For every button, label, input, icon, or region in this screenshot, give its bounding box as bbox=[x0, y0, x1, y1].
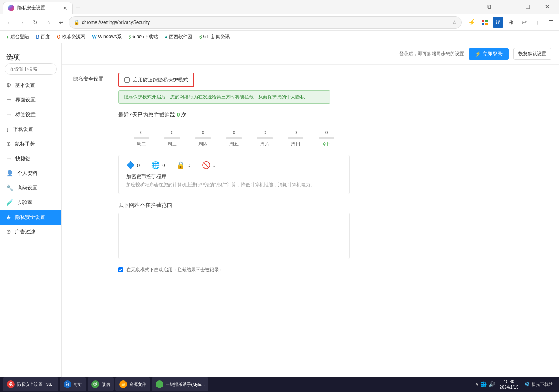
tab-close-button[interactable]: ✕ bbox=[63, 5, 68, 11]
stat-count-0: 0 bbox=[137, 162, 140, 168]
bookmark-item-3[interactable]: O 欧菲资源网 bbox=[54, 32, 88, 42]
wechat-taskbar-icon: 微 bbox=[91, 380, 99, 388]
menu-button[interactable]: ☰ bbox=[545, 17, 556, 28]
stat-item-1: 🌐 0 bbox=[151, 161, 165, 169]
sidebar-item-lab[interactable]: 🧪 实验室 bbox=[0, 195, 61, 210]
browser-taskbar-icon: 极 bbox=[7, 380, 15, 388]
system-clock[interactable]: 10:30 2024/1/15 bbox=[500, 379, 518, 390]
taskbar-tools-label: 一键排版助手(MyE... bbox=[166, 382, 205, 387]
chart-col-4: 0 周六 bbox=[249, 130, 280, 147]
sidebar-item-tabs[interactable]: ▭ 标签设置 bbox=[0, 107, 61, 122]
sidebar-item-interface[interactable]: ▭ 界面设置 bbox=[0, 93, 61, 107]
tabs-icon: ▭ bbox=[6, 111, 12, 118]
section-label: 隐私安全设置 bbox=[73, 73, 112, 83]
forward-button[interactable]: › bbox=[16, 17, 28, 28]
system-tray: ∧ 🌐 🔊 bbox=[473, 381, 497, 387]
login-button[interactable]: ⚡ 立即登录 bbox=[469, 48, 509, 60]
tab-title: 隐私安全设置 bbox=[17, 5, 60, 11]
bar-1 bbox=[164, 137, 180, 139]
maximize-button[interactable]: □ bbox=[519, 0, 537, 14]
active-tab[interactable]: 隐私安全设置 ✕ bbox=[3, 2, 73, 14]
close-button[interactable]: ✕ bbox=[538, 0, 556, 14]
bookmark-item-2[interactable]: B 百度 bbox=[33, 32, 53, 42]
refresh-button[interactable]: ↻ bbox=[29, 17, 41, 28]
bottom-logo: ❄ 极光下载站 bbox=[521, 380, 556, 389]
shortcuts-icon: ▭ bbox=[6, 155, 12, 162]
minimize-button[interactable]: ─ bbox=[500, 0, 517, 14]
taskbar-dingding[interactable]: 钉 钉钉 bbox=[60, 377, 86, 391]
address-icons: ☆ bbox=[452, 19, 457, 25]
prev-button[interactable]: ↩ bbox=[56, 17, 67, 28]
sidebar-item-profile[interactable]: 👤 个人资料 bbox=[0, 166, 61, 181]
bookmark-item-7[interactable]: 6 6 IT新闻资讯 bbox=[196, 32, 233, 42]
taskbar: 极 隐私安全设置 - 36... 钉 钉钉 微 微信 📁 资源文件 一 一键排版… bbox=[0, 377, 559, 392]
chart-col-5: 0 周日 bbox=[280, 130, 311, 147]
taskbar-right: ∧ 🌐 🔊 10:30 2024/1/15 ❄ 极光下载站 bbox=[473, 379, 556, 390]
bookmarks-bar: ● 后台登陆 B 百度 O 欧菲资源网 W Windows系 6 6 pc6下载… bbox=[0, 31, 559, 43]
privacy-description: 隐私保护模式开启后，您的网络行为在发送给第三方时将被拦截，从而保护您的个人隐私 bbox=[118, 90, 330, 104]
account-button[interactable] bbox=[479, 17, 490, 28]
auto-enable-checkbox[interactable] bbox=[118, 267, 123, 272]
main-area: 选项 ⚙ 基本设置 ▭ 界面设置 ▭ 标签设置 ↓ 下载设置 ⊕ 鼠标手势 ▭ … bbox=[0, 43, 559, 377]
bookmark-item-4[interactable]: W Windows系 bbox=[89, 32, 125, 42]
address-box[interactable]: 🔒 chrome://settings/privacySecurity ☆ bbox=[69, 16, 462, 29]
bar-0 bbox=[134, 137, 149, 139]
stat-icon-2: 🔒 bbox=[176, 161, 185, 169]
star-icon[interactable]: ☆ bbox=[452, 19, 457, 25]
tray-arrow[interactable]: ∧ bbox=[475, 381, 479, 387]
logo-text: 极光下载站 bbox=[532, 382, 553, 387]
download-button[interactable]: ↓ bbox=[532, 17, 543, 28]
extensions-button[interactable]: ⚡ bbox=[466, 17, 477, 28]
settings-icon: ⚙ bbox=[6, 82, 11, 89]
lab-icon: 🧪 bbox=[6, 199, 14, 206]
logo-icon: ❄ bbox=[524, 380, 530, 389]
mining-title: 加密资币挖矿程序 bbox=[126, 173, 342, 180]
privacy-toggle-label: 启用防追踪隐私保护模式 bbox=[133, 76, 188, 83]
new-tab-button[interactable]: + bbox=[73, 3, 83, 14]
search-input[interactable] bbox=[5, 63, 57, 75]
bookmark-item-1[interactable]: ● 后台登陆 bbox=[3, 32, 32, 42]
translate-button[interactable]: 译 bbox=[493, 17, 503, 28]
sidebar-item-mouse[interactable]: ⊕ 鼠标手势 bbox=[0, 137, 61, 151]
whitelist-box bbox=[118, 213, 350, 259]
profile-icon: 👤 bbox=[6, 170, 14, 177]
titlebar-tabs: 隐私安全设置 ✕ + bbox=[3, 0, 83, 14]
stats-count: 0 bbox=[177, 112, 180, 118]
taskbar-tools[interactable]: 一 一键排版助手(MyE... bbox=[152, 377, 208, 391]
bar-4 bbox=[257, 137, 273, 139]
addressbar: ‹ › ↻ ⌂ ↩ 🔒 chrome://settings/privacySec… bbox=[0, 14, 559, 31]
sidebar-item-shortcuts[interactable]: ▭ 快捷键 bbox=[0, 151, 61, 166]
tray-sound[interactable]: 🔊 bbox=[488, 381, 495, 387]
restore-defaults-button[interactable]: 恢复默认设置 bbox=[513, 48, 551, 60]
privacy-toggle-checkbox[interactable] bbox=[124, 77, 130, 83]
bar-6 bbox=[319, 137, 334, 139]
stat-count-1: 0 bbox=[162, 162, 165, 168]
sidebar-item-adblock[interactable]: ⊘ 广告过滤 bbox=[0, 225, 61, 239]
sync-button[interactable]: ⊕ bbox=[506, 17, 517, 28]
chart-col-0: 0 周二 bbox=[126, 130, 157, 147]
interface-icon: ▭ bbox=[6, 96, 12, 103]
privacy-toggle-area: 启用防追踪隐私保护模式 隐私保护模式开启后，您的网络行为在发送给第三方时将被拦截… bbox=[118, 73, 357, 273]
stat-count-2: 0 bbox=[187, 162, 190, 168]
taskbar-wechat[interactable]: 微 微信 bbox=[88, 377, 114, 391]
stat-icon-1: 🌐 bbox=[151, 161, 160, 169]
taskbar-files-label: 资源文件 bbox=[129, 382, 146, 387]
back-button[interactable]: ‹ bbox=[3, 17, 15, 28]
bookmark-item-6[interactable]: ● 西西软件园 bbox=[162, 32, 195, 42]
home-button[interactable]: ⌂ bbox=[42, 17, 54, 28]
sidebar-item-privacy[interactable]: ⊕ 隐私安全设置 bbox=[0, 210, 61, 225]
taskbar-browser[interactable]: 极 隐私安全设置 - 36... bbox=[3, 377, 58, 391]
download-nav-icon: ↓ bbox=[6, 126, 9, 133]
tray-network[interactable]: 🌐 bbox=[480, 381, 487, 387]
scissors-button[interactable]: ✂ bbox=[519, 17, 530, 28]
sidebar-item-advanced[interactable]: 🔧 高级设置 bbox=[0, 181, 61, 195]
sidebar-item-basic[interactable]: ⚙ 基本设置 bbox=[0, 78, 61, 93]
sidebar-item-download[interactable]: ↓ 下载设置 bbox=[0, 122, 61, 137]
bookmark-item-5[interactable]: 6 6 pc6下载站 bbox=[125, 32, 161, 42]
content-area: 登录后，即可多端同步您的设置 ⚡ 立即登录 恢复默认设置 隐私安全设置 启用防追… bbox=[62, 43, 559, 377]
restore-down-button[interactable]: ⧉ bbox=[480, 0, 498, 14]
stat-icon-0: 🔷 bbox=[126, 161, 135, 169]
chart-bars: 0 周二 0 周三 0 bbox=[126, 130, 357, 147]
taskbar-files[interactable]: 📁 资源文件 bbox=[115, 377, 150, 391]
whitelist-title: 以下网站不在拦截范围 bbox=[118, 202, 357, 209]
